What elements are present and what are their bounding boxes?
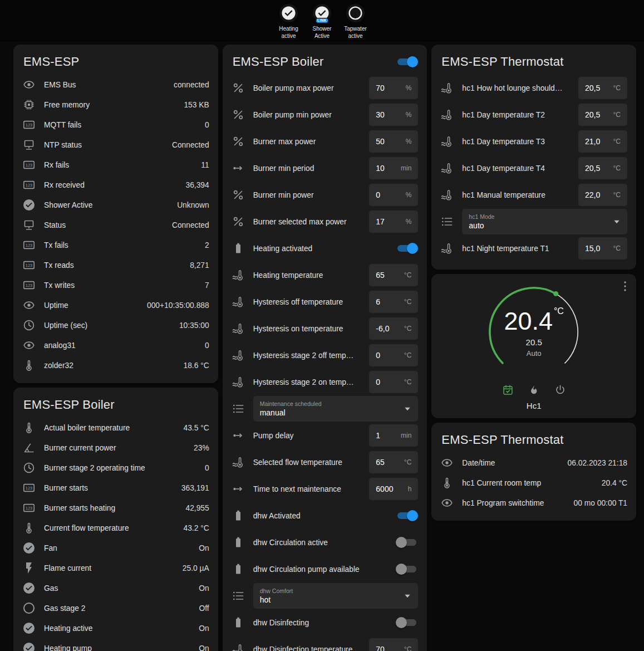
card-header-toggle[interactable]: [396, 56, 418, 67]
number-input[interactable]: 6°C: [369, 291, 418, 313]
entity-row[interactable]: StatusConnected: [22, 215, 209, 235]
dots-vertical-icon[interactable]: [618, 280, 632, 293]
entity-row[interactable]: 123Rx fails11: [22, 155, 209, 175]
eye-icon: [22, 298, 36, 312]
toggle-switch[interactable]: [396, 510, 418, 521]
select-row: hc1 Modeauto: [440, 208, 627, 235]
badge-label-line: Active: [314, 33, 330, 39]
entity-name: Free memory: [44, 101, 175, 109]
badge-label: Tapwateractive: [344, 25, 367, 40]
entity-name: Heating activated: [253, 244, 388, 253]
number-input[interactable]: -6,0°C: [369, 317, 418, 340]
entity-row[interactable]: Gas stage 2Off: [22, 598, 209, 618]
network-icon: [22, 138, 36, 151]
entity-value: 43.2 °C: [183, 524, 209, 532]
number-input[interactable]: 0°C: [369, 371, 418, 393]
number-value: 15,0: [585, 244, 600, 253]
number-input[interactable]: 15,0°C: [578, 237, 627, 260]
number-input[interactable]: 70%: [369, 77, 418, 99]
select-input[interactable]: Maintenance scheduledmanual: [253, 396, 419, 422]
number-input[interactable]: 20,5°C: [578, 104, 627, 126]
entity-row[interactable]: Actual boiler temperature43.5 °C: [22, 418, 209, 438]
select-input[interactable]: hc1 Modeauto: [462, 209, 627, 234]
toggle-switch[interactable]: [396, 243, 418, 254]
entity-row[interactable]: 123Tx fails2: [22, 235, 209, 255]
entity-row[interactable]: Date/time06.02.2023 21:18: [440, 453, 627, 473]
entity-row[interactable]: 123Tx reads8,271: [22, 255, 209, 275]
number-input[interactable]: 65°C: [369, 264, 418, 286]
toggle-switch[interactable]: [396, 537, 418, 548]
entity-row[interactable]: Heating pumpOn: [22, 638, 209, 651]
power-icon[interactable]: [554, 384, 566, 396]
number-input[interactable]: 50%: [369, 130, 418, 153]
entity-row[interactable]: Heating activeOn: [22, 618, 209, 638]
number-input[interactable]: 22,0°C: [578, 184, 627, 206]
number-unit: h: [408, 485, 412, 493]
header-badge-heating-active[interactable]: Heatingactive: [276, 4, 302, 40]
number-input[interactable]: 0%: [369, 184, 418, 206]
number-row: hc1 Day temperature T220,5°C: [440, 101, 627, 128]
select-input[interactable]: dhw Comforthot: [253, 583, 419, 609]
entity-row[interactable]: Burner current power23%: [22, 438, 209, 458]
entity-row[interactable]: hc1 Current room temp20.4 °C: [440, 473, 627, 493]
number-input[interactable]: 20,5°C: [578, 77, 627, 99]
entity-value: 0: [205, 121, 209, 129]
number-input[interactable]: 65°C: [369, 451, 418, 473]
entity-row[interactable]: EMS Busconnected: [22, 75, 209, 95]
entity-name: Boiler pump min power: [253, 111, 361, 119]
fire-icon[interactable]: [528, 384, 540, 396]
entity-row[interactable]: NTP statusConnected: [22, 135, 209, 155]
entity-row[interactable]: 123MQTT fails0: [22, 115, 209, 135]
entity-row[interactable]: 123Tx writes7: [22, 275, 209, 295]
check-circle-icon: [22, 642, 36, 651]
list-icon: [232, 589, 245, 603]
entity-row[interactable]: 123Burner starts363,191: [22, 478, 209, 498]
entity-row[interactable]: GasOn: [22, 578, 209, 598]
number-unit: °C: [613, 244, 621, 252]
header-badge-shower-active[interactable]: LINKShowerActive: [309, 4, 336, 40]
entity-row[interactable]: analog310: [22, 335, 209, 355]
entity-name: Tx fails: [44, 241, 196, 249]
water-thermometer-icon: [232, 456, 245, 469]
entity-name: Hysteresis on temperature: [253, 325, 361, 333]
number-unit: °C: [613, 191, 621, 199]
water-thermometer-icon: [232, 268, 245, 282]
entity-value: 25.0 µA: [183, 564, 209, 572]
entity-row[interactable]: Shower ActiveUnknown: [22, 195, 209, 215]
entity-row[interactable]: Free memory153 KB: [22, 95, 209, 115]
entity-row[interactable]: zolder3218.6 °C: [22, 355, 209, 375]
number-input[interactable]: 17%: [369, 211, 418, 233]
entity-row[interactable]: hc1 Program switchtime00 mo 00:00 T1: [440, 493, 627, 513]
entity-row[interactable]: 123Rx received36,394: [22, 175, 209, 195]
entity-row[interactable]: 123Burner starts heating42,955: [22, 498, 209, 518]
entity-row[interactable]: FanOn: [22, 538, 209, 558]
card-rows: Actual boiler temperature43.5 °CBurner c…: [22, 418, 209, 651]
toggle-switch[interactable]: [396, 617, 418, 628]
card-title: EMS-ESP Thermostat: [441, 55, 563, 69]
number-input[interactable]: 70°C: [369, 638, 418, 651]
toggle-switch[interactable]: [396, 564, 418, 575]
number-unit: °C: [613, 164, 621, 172]
entity-row[interactable]: Uptime (sec)10:35:00: [22, 315, 209, 335]
column-left: EMS-ESPEMS BusconnectedFree memory153 KB…: [13, 45, 218, 651]
entity-row[interactable]: Flame current25.0 µA: [22, 558, 209, 578]
badge-label: Heatingactive: [279, 25, 298, 40]
entity-name: hc1 Day temperature T3: [462, 138, 570, 146]
number-input[interactable]: 1min: [369, 424, 418, 447]
number-row: Pump delay1min: [232, 422, 419, 449]
entity-row[interactable]: Current flow temperature43.2 °C: [22, 518, 209, 538]
badge-label-line: active: [281, 33, 296, 39]
number-input[interactable]: 21,0°C: [578, 130, 627, 153]
number-input[interactable]: 20,5°C: [578, 157, 627, 179]
number-input[interactable]: 6000h: [369, 478, 418, 500]
badge-label-line: Shower: [313, 26, 332, 32]
number-input[interactable]: 10min: [369, 157, 418, 179]
entity-row[interactable]: Uptime000+10:35:00.888: [22, 295, 209, 315]
calendar-check-icon[interactable]: [502, 384, 514, 396]
thermostat-dial[interactable]: 20.4°C20.5Auto: [484, 282, 584, 382]
number-input[interactable]: 0°C: [369, 344, 418, 366]
number-input[interactable]: 30%: [369, 104, 418, 126]
header-badge-tapwater-active[interactable]: Tapwateractive: [342, 4, 369, 40]
entity-name: Hysteresis stage 2 on temp…: [253, 378, 361, 386]
entity-row[interactable]: Burner stage 2 operating time0: [22, 458, 209, 478]
